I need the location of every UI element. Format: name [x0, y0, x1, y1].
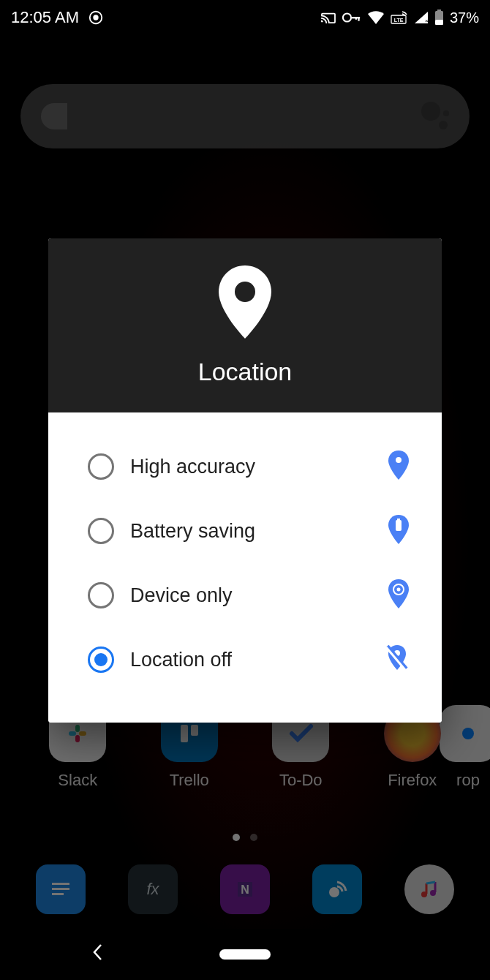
battery-percentage: 37% — [450, 10, 479, 26]
cast-icon — [320, 11, 336, 24]
svg-rect-5 — [355, 17, 357, 20]
status-bar: 12:05 AM LTE × 37% — [0, 0, 490, 35]
dialog-header: Location — [48, 238, 442, 412]
clock: 12:05 AM — [11, 8, 79, 27]
option-location-off[interactable]: Location off — [48, 627, 442, 692]
dialog-title: Location — [198, 358, 293, 386]
radio-unchecked — [88, 453, 114, 480]
navigation-bar — [0, 929, 490, 980]
gps-pin-icon — [388, 579, 410, 611]
svg-rect-30 — [396, 520, 402, 531]
location-off-icon — [385, 644, 410, 676]
option-label: Battery saving — [130, 520, 372, 543]
radio-checked — [88, 647, 114, 673]
svg-point-28 — [235, 282, 255, 302]
signal-icon: × — [414, 11, 429, 24]
notification-icon — [88, 10, 104, 26]
svg-rect-4 — [358, 17, 359, 21]
option-device-only[interactable]: Device only — [48, 563, 442, 627]
svg-text:LTE: LTE — [394, 18, 404, 23]
svg-text:×: × — [425, 18, 429, 24]
location-pin-icon — [388, 451, 410, 483]
location-dialog: Location High accuracy Battery saving De… — [48, 238, 442, 723]
option-high-accuracy[interactable]: High accuracy — [48, 434, 442, 499]
volte-icon: LTE — [391, 11, 408, 24]
option-label: Location off — [130, 649, 369, 671]
svg-point-29 — [396, 457, 402, 463]
svg-rect-9 — [437, 10, 441, 11]
option-battery-saving[interactable]: Battery saving — [48, 499, 442, 563]
option-label: High accuracy — [130, 456, 372, 478]
svg-point-1 — [93, 15, 98, 20]
svg-rect-31 — [397, 519, 400, 521]
radio-unchecked — [88, 518, 114, 544]
dialog-body: High accuracy Battery saving Device only… — [48, 412, 442, 723]
svg-point-2 — [343, 13, 351, 21]
battery-icon — [434, 10, 444, 26]
option-label: Device only — [130, 584, 372, 607]
wifi-icon — [367, 10, 385, 25]
vpn-icon — [342, 12, 361, 23]
radio-unchecked — [88, 582, 114, 608]
home-pill[interactable] — [219, 949, 271, 960]
back-button[interactable] — [91, 942, 105, 967]
battery-pin-icon — [388, 515, 410, 547]
svg-point-33 — [397, 588, 401, 592]
svg-rect-11 — [435, 20, 443, 25]
location-pin-icon — [210, 265, 280, 347]
